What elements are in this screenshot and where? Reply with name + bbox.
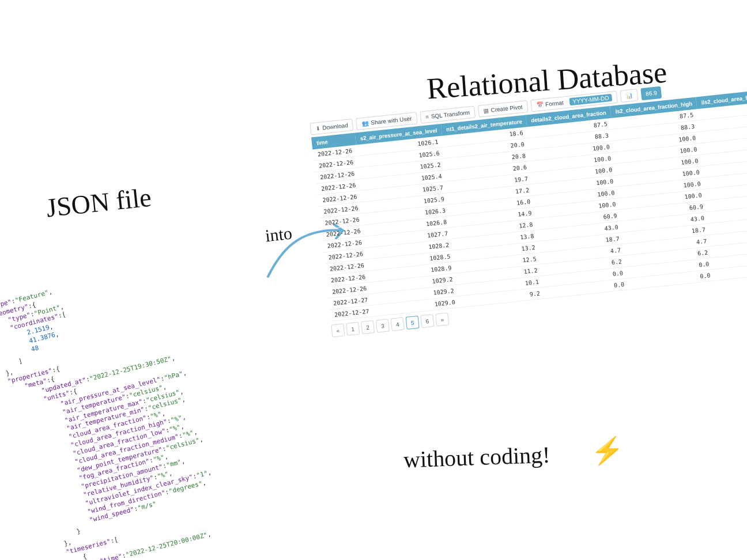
- chart-icon: 📊: [625, 92, 633, 99]
- label-into: into: [264, 224, 293, 246]
- download-icon: ⬇: [315, 125, 320, 132]
- download-button[interactable]: ⬇Download: [310, 119, 353, 135]
- format-label: Format: [545, 99, 564, 107]
- pager-page[interactable]: 5: [406, 316, 420, 330]
- sql-label: SQL Transform: [431, 109, 470, 120]
- download-label: Download: [322, 122, 348, 131]
- pager-page[interactable]: 2: [361, 320, 375, 334]
- pager-page[interactable]: 3: [376, 319, 390, 332]
- label-without-coding: without coding!: [403, 441, 550, 474]
- pager-prev[interactable]: «: [331, 323, 345, 337]
- database-panel: ⬇Download 👥Share with User ≡SQL Transfor…: [310, 80, 745, 337]
- chart-button[interactable]: 📊: [620, 89, 638, 103]
- pager-page[interactable]: 6: [420, 314, 434, 328]
- format-value-pill: YYYY-MM-DD: [569, 94, 612, 106]
- pivot-label: Create Pivot: [491, 104, 523, 113]
- pager-page[interactable]: 1: [346, 322, 360, 336]
- label-json-file: JSON file: [45, 182, 153, 224]
- score-badge: 86.9: [640, 86, 662, 101]
- pager-page[interactable]: 4: [391, 317, 405, 331]
- database-icon: ≡: [425, 113, 429, 120]
- lightning-icon: ⚡: [591, 435, 624, 466]
- share-label: Share with User: [371, 115, 412, 126]
- share-icon: 👥: [361, 120, 369, 127]
- pager-next[interactable]: »: [435, 312, 449, 326]
- calendar-icon: 📅: [536, 101, 544, 108]
- pivot-icon: ▦: [483, 107, 489, 114]
- json-code-block: { "type":"Feature", "geometry":{ "type":…: [0, 235, 305, 560]
